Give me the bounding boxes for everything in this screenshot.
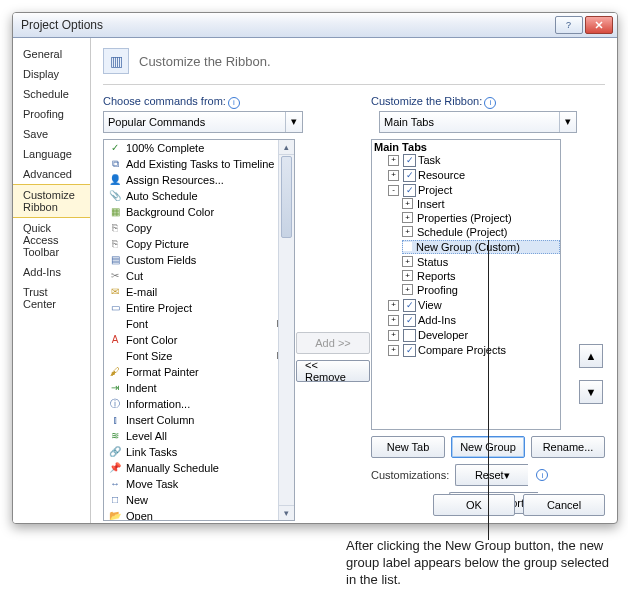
ribbon-target-dropdown[interactable]: Main Tabs ▾ bbox=[379, 111, 577, 133]
command-item[interactable]: □New bbox=[104, 492, 294, 508]
checkbox[interactable] bbox=[403, 329, 416, 342]
command-item[interactable]: FontⅠ▾ bbox=[104, 316, 294, 332]
new-tab-button[interactable]: New Tab bbox=[371, 436, 445, 458]
checkbox[interactable]: ✓ bbox=[403, 344, 416, 357]
command-item[interactable]: ⇥Indent bbox=[104, 380, 294, 396]
expand-icon[interactable]: + bbox=[388, 300, 399, 311]
command-item[interactable]: 📌Manually Schedule bbox=[104, 460, 294, 476]
command-item[interactable]: 🖌Format Painter bbox=[104, 364, 294, 380]
tree-root[interactable]: Main Tabs bbox=[374, 141, 560, 153]
rename-button[interactable]: Rename... bbox=[531, 436, 605, 458]
checkbox[interactable]: ✓ bbox=[403, 154, 416, 167]
ribbon-tree[interactable]: Main Tabs+✓ Task+✓ Resource-✓ Project+ I… bbox=[371, 139, 561, 431]
commands-source-value: Popular Commands bbox=[108, 116, 205, 128]
command-item[interactable]: ▤Custom Fields bbox=[104, 252, 294, 268]
command-item[interactable]: Font SizeⅠ▾ bbox=[104, 348, 294, 364]
command-item[interactable]: ≋Level All bbox=[104, 428, 294, 444]
command-item[interactable]: ⎘Copy Picture bbox=[104, 236, 294, 252]
command-item[interactable]: 🔗Link Tasks bbox=[104, 444, 294, 460]
cancel-button[interactable]: Cancel bbox=[523, 494, 605, 516]
reset-button[interactable]: Reset ▾ bbox=[455, 464, 528, 486]
tree-node[interactable]: +✓ Resource bbox=[388, 169, 560, 182]
checkbox[interactable]: ✓ bbox=[403, 299, 416, 312]
info-icon[interactable]: i bbox=[228, 97, 240, 109]
scroll-down-icon[interactable]: ▾ bbox=[279, 505, 294, 520]
remove-button[interactable]: << Remove bbox=[296, 360, 370, 382]
sidebar-item-language[interactable]: Language bbox=[13, 144, 90, 164]
help-button[interactable]: ? bbox=[555, 16, 583, 34]
sidebar-item-display[interactable]: Display bbox=[13, 64, 90, 84]
expand-icon[interactable]: + bbox=[388, 170, 399, 181]
command-item[interactable]: ✓100% Complete bbox=[104, 140, 294, 156]
sidebar-item-general[interactable]: General bbox=[13, 44, 90, 64]
sidebar-item-trust-center[interactable]: Trust Center bbox=[13, 282, 90, 314]
expand-icon[interactable]: + bbox=[402, 256, 413, 267]
sidebar-item-save[interactable]: Save bbox=[13, 124, 90, 144]
info-icon[interactable]: i bbox=[536, 469, 548, 481]
command-item[interactable]: ⧉Add Existing Tasks to Timeline bbox=[104, 156, 294, 172]
info-icon[interactable]: i bbox=[484, 97, 496, 109]
command-item[interactable]: ⓘInformation... bbox=[104, 396, 294, 412]
tree-node[interactable]: +✓ Compare Projects bbox=[388, 344, 560, 357]
tree-node[interactable]: New Group (Custom) bbox=[402, 240, 560, 254]
checkbox[interactable]: ✓ bbox=[403, 314, 416, 327]
sidebar-item-advanced[interactable]: Advanced bbox=[13, 164, 90, 184]
scroll-thumb[interactable] bbox=[281, 156, 292, 238]
tree-node[interactable]: + Properties (Project) bbox=[402, 212, 560, 224]
command-item[interactable]: ⫿Insert Column bbox=[104, 412, 294, 428]
command-item[interactable]: ✉E-mail bbox=[104, 284, 294, 300]
move-down-button[interactable]: ▼ bbox=[579, 380, 603, 404]
expand-icon[interactable]: + bbox=[402, 270, 413, 281]
collapse-icon[interactable]: - bbox=[388, 185, 399, 196]
tree-node[interactable]: + Developer bbox=[388, 329, 560, 342]
sidebar-item-proofing[interactable]: Proofing bbox=[13, 104, 90, 124]
command-item[interactable]: ▭Entire Project bbox=[104, 300, 294, 316]
expand-icon[interactable]: + bbox=[402, 212, 413, 223]
sidebar-item-add-ins[interactable]: Add-Ins bbox=[13, 262, 90, 282]
expand-icon[interactable]: + bbox=[388, 330, 399, 341]
scroll-up-icon[interactable]: ▴ bbox=[279, 140, 294, 155]
command-label: E-mail bbox=[126, 286, 157, 298]
project-options-dialog: Project Options ? GeneralDisplaySchedule… bbox=[12, 12, 618, 524]
expand-icon[interactable]: + bbox=[388, 345, 399, 356]
ok-button[interactable]: OK bbox=[433, 494, 515, 516]
command-label: Copy Picture bbox=[126, 238, 189, 250]
sidebar-item-customize-ribbon[interactable]: Customize Ribbon bbox=[13, 184, 90, 218]
command-item[interactable]: ▦Background Color▸ bbox=[104, 204, 294, 220]
command-item[interactable]: ↔Move Task▸ bbox=[104, 476, 294, 492]
tree-node[interactable]: + Schedule (Project) bbox=[402, 226, 560, 238]
checkbox[interactable]: ✓ bbox=[403, 184, 416, 197]
add-button[interactable]: Add >> bbox=[296, 332, 370, 354]
command-item[interactable]: 📎Auto Schedule bbox=[104, 188, 294, 204]
expand-icon[interactable]: + bbox=[402, 284, 413, 295]
tree-node[interactable]: +✓ View bbox=[388, 299, 560, 312]
sidebar-item-quick-access-toolbar[interactable]: Quick Access Toolbar bbox=[13, 218, 90, 262]
tree-node[interactable]: +✓ Task bbox=[388, 154, 560, 167]
command-item[interactable]: 👤Assign Resources... bbox=[104, 172, 294, 188]
choose-commands-label: Choose commands from:i bbox=[103, 95, 295, 109]
command-label: Format Painter bbox=[126, 366, 199, 378]
expand-icon[interactable]: + bbox=[402, 198, 413, 209]
tree-node[interactable]: + Insert bbox=[402, 198, 560, 210]
expand-icon[interactable]: + bbox=[388, 315, 399, 326]
commands-source-dropdown[interactable]: Popular Commands ▾ bbox=[103, 111, 303, 133]
vertical-scrollbar[interactable]: ▴ ▾ bbox=[278, 140, 294, 520]
command-item[interactable]: ✂Cut bbox=[104, 268, 294, 284]
checkbox[interactable]: ✓ bbox=[403, 169, 416, 182]
commands-listbox[interactable]: ✓100% Complete⧉Add Existing Tasks to Tim… bbox=[103, 139, 295, 521]
tree-node[interactable]: + Reports bbox=[402, 270, 560, 282]
tree-node[interactable]: + Proofing bbox=[402, 284, 560, 296]
command-item[interactable]: AFont Color▸ bbox=[104, 332, 294, 348]
titlebar[interactable]: Project Options ? bbox=[13, 13, 617, 38]
ribbon-icon: ▥ bbox=[103, 48, 129, 74]
tree-node[interactable]: +✓ Add-Ins bbox=[388, 314, 560, 327]
sidebar-item-schedule[interactable]: Schedule bbox=[13, 84, 90, 104]
command-item[interactable]: 📂Open bbox=[104, 508, 294, 521]
command-item[interactable]: ⎘Copy bbox=[104, 220, 294, 236]
tree-node[interactable]: + Status bbox=[402, 256, 560, 268]
expand-icon[interactable]: + bbox=[402, 226, 413, 237]
close-button[interactable] bbox=[585, 16, 613, 34]
tree-node[interactable]: -✓ Project bbox=[388, 184, 560, 197]
move-up-button[interactable]: ▲ bbox=[579, 344, 603, 368]
expand-icon[interactable]: + bbox=[388, 155, 399, 166]
